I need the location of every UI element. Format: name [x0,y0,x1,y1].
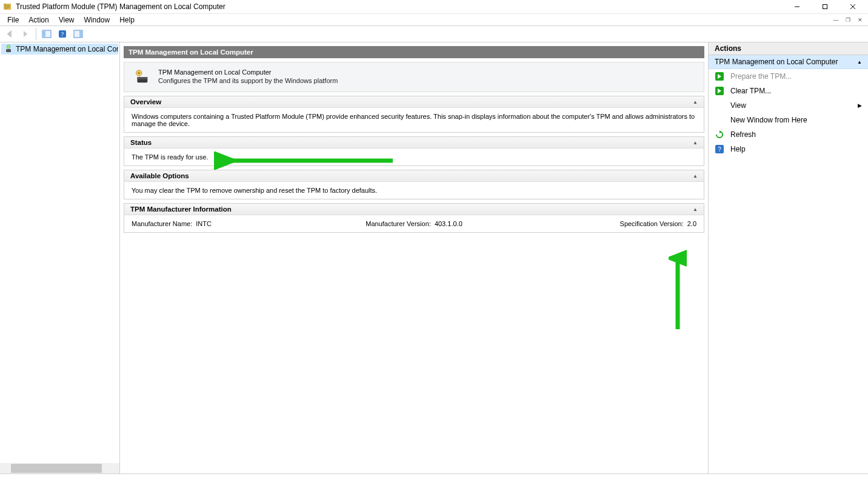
actions-context[interactable]: TPM Management on Local Computer ▲ [709,55,868,69]
toolbar-separator [36,28,36,40]
svg-rect-10 [42,30,45,38]
blank-icon [715,101,724,110]
action-clear-tpm[interactable]: Clear TPM... [709,84,868,98]
collapse-icon: ▲ [693,99,698,105]
section-overview-header[interactable]: Overview ▲ [124,96,704,108]
status-bar [0,473,868,488]
svg-rect-14 [79,30,82,38]
section-status-title: Status [130,139,152,146]
svg-rect-16 [6,49,11,52]
action-prepare-label: Prepare the TPM... [730,72,792,81]
mdi-close[interactable]: ✕ [855,15,866,25]
svg-rect-3 [5,8,8,8]
help-icon: ? [715,144,724,154]
action-refresh[interactable]: Refresh [709,127,868,142]
section-status-body: The TPM is ready for use. [124,149,704,165]
tree-horizontal-scrollbar[interactable] [0,463,119,473]
section-status-header[interactable]: Status ▲ [124,137,704,149]
refresh-icon [715,130,724,139]
specification-version-value: 2.0 [687,220,696,227]
section-status: Status ▲ The TPM is ready for use. [124,136,704,166]
section-options-title: Available Options [130,172,189,179]
svg-text:?: ? [718,146,721,153]
collapse-icon: ▲ [693,207,698,212]
specification-version-label: Specification Version: [620,220,684,227]
action-clear-label: Clear TPM... [730,87,771,95]
main-content: TPM Management on Local Compu TPM Manage… [0,42,868,473]
window-title: Trusted Platform Module (TPM) Management… [16,2,783,11]
action-view[interactable]: View ▶ [709,98,868,113]
manufacturer-name-label: Manufacturer Name: [132,220,192,227]
annotation-arrow-spec [669,247,687,332]
tpm-chip-icon [133,69,150,85]
title-bar: Trusted Platform Module (TPM) Management… [0,0,868,13]
tpm-node-icon [4,44,13,54]
action-new-window[interactable]: New Window from Here [709,113,868,127]
toolbar: ? [0,26,868,42]
section-manufacturer-header[interactable]: TPM Manufacturer Information ▲ [124,204,704,215]
window-controls [783,0,867,13]
svg-rect-20 [137,77,147,79]
show-hide-console-tree-button[interactable] [39,27,54,41]
svg-rect-6 [823,5,827,9]
section-overview: Overview ▲ Windows computers containing … [124,96,704,133]
section-overview-body: Windows computers containing a Trusted P… [124,108,704,132]
actions-context-label: TPM Management on Local Computer [715,58,838,66]
collapse-icon: ▲ [693,140,698,145]
menu-file[interactable]: File [2,15,24,25]
actions-pane: Actions TPM Management on Local Computer… [709,42,868,473]
menu-bar: File Action View Window Help — ❐ ✕ [0,13,868,26]
action-prepare-tpm[interactable]: Prepare the TPM... [709,69,868,84]
result-pane-header: TPM Management on Local Computer [124,46,704,58]
menu-action[interactable]: Action [24,15,53,25]
mdi-minimize[interactable]: — [830,15,841,25]
action-view-label: View [730,101,746,110]
action-help[interactable]: ? Help [709,142,868,156]
help-button[interactable]: ? [55,27,70,41]
menu-window[interactable]: Window [79,15,115,25]
menu-view[interactable]: View [54,15,79,25]
manufacturer-name-value: INTC [196,220,212,227]
manufacturer-row: Manufacturer Name: INTC Manufacturer Ver… [132,220,696,227]
intro-box: TPM Management on Local Computer Configu… [124,62,704,92]
blank-icon [715,115,724,125]
intro-subtitle: Configures the TPM and its support by th… [158,77,338,84]
minimize-button[interactable] [783,0,811,13]
svg-rect-1 [5,5,10,6]
show-hide-action-pane-button[interactable] [71,27,85,41]
section-options: Available Options ▲ You may clear the TP… [124,170,704,199]
action-new-window-label: New Window from Here [730,116,807,124]
svg-point-15 [7,45,10,48]
scrollbar-thumb[interactable] [11,464,102,473]
section-manufacturer-title: TPM Manufacturer Information [130,206,232,213]
menu-help[interactable]: Help [115,15,139,25]
svg-point-18 [138,72,140,75]
mdi-restore[interactable]: ❐ [843,15,853,25]
svg-rect-2 [5,7,10,7]
section-options-body: You may clear the TPM to remove ownershi… [124,182,704,199]
collapse-icon: ▲ [857,59,862,65]
action-help-label: Help [730,145,746,153]
result-pane: TPM Management on Local Computer TPM Man… [120,42,709,473]
svg-text:?: ? [61,31,64,38]
tree-root-label: TPM Management on Local Compu [16,45,118,53]
maximize-button[interactable] [811,0,839,13]
svg-point-4 [4,4,5,5]
app-icon [2,2,12,12]
mdi-controls: — ❐ ✕ [830,15,866,25]
arrow-right-green-icon [715,72,724,81]
manufacturer-version-value: 403.1.0.0 [435,220,462,227]
forward-button[interactable] [18,27,33,41]
back-button[interactable] [2,27,17,41]
arrow-right-green-icon [715,86,724,96]
console-tree-pane: TPM Management on Local Compu [0,42,120,473]
tree-root-node[interactable]: TPM Management on Local Compu [1,44,118,55]
intro-title: TPM Management on Local Computer [158,69,338,76]
section-overview-title: Overview [130,98,161,105]
section-options-header[interactable]: Available Options ▲ [124,170,704,182]
manufacturer-version-label: Manufacturer Version: [366,220,431,227]
close-button[interactable] [839,0,867,13]
actions-pane-title: Actions [709,42,868,55]
submenu-indicator-icon: ▶ [858,102,862,109]
collapse-icon: ▲ [693,173,698,179]
